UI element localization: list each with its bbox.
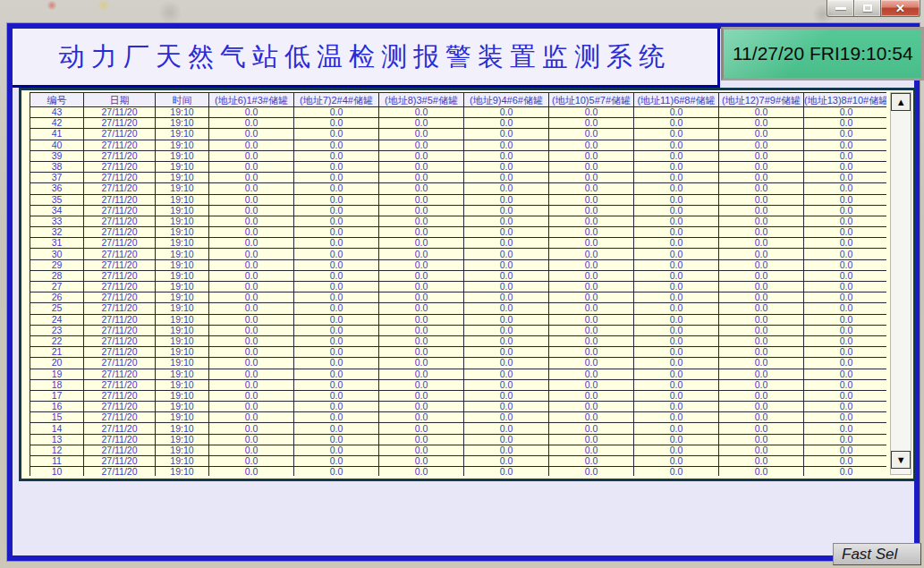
date-cell: 27/11/20 (84, 314, 156, 325)
maximize-button[interactable] (854, 0, 881, 17)
date-cell: 27/11/20 (84, 216, 156, 226)
value-cell: 0.0 (464, 423, 549, 434)
value-cell: 0.0 (719, 369, 804, 379)
value-cell: 0.0 (634, 183, 719, 194)
value-cell: 0.0 (634, 390, 719, 401)
value-cell: 0.0 (464, 129, 549, 140)
value-cell: 0.0 (294, 347, 379, 358)
value-cell: 0.0 (294, 216, 379, 226)
value-cell: 0.0 (209, 259, 294, 270)
value-cell: 0.0 (379, 314, 464, 325)
value-cell: 0.0 (804, 467, 887, 476)
value-cell: 0.0 (549, 282, 634, 292)
table-row: 4027/11/2019:100.00.00.00.00.00.00.00.0 (30, 140, 887, 150)
value-cell: 0.0 (294, 129, 379, 140)
value-cell: 0.0 (804, 379, 887, 390)
value-cell: 0.0 (379, 434, 464, 445)
value-cell: 0.0 (294, 292, 379, 303)
date-cell: 27/11/20 (84, 423, 156, 434)
value-cell: 0.0 (719, 412, 804, 423)
fast-sel-button[interactable]: Fast Sel (833, 543, 921, 565)
scroll-down-button[interactable]: ▼ (891, 451, 911, 469)
value-cell: 0.0 (379, 347, 464, 358)
time-cell: 19:10 (156, 402, 209, 412)
row-number-cell: 16 (30, 402, 84, 412)
value-cell: 0.0 (804, 183, 887, 194)
value-cell: 0.0 (379, 303, 464, 314)
value-cell: 0.0 (634, 445, 719, 455)
value-cell: 0.0 (294, 402, 379, 412)
value-cell: 0.0 (634, 205, 719, 216)
value-cell: 0.0 (719, 358, 804, 369)
value-cell: 0.0 (719, 238, 804, 249)
value-cell: 0.0 (719, 467, 804, 476)
value-cell: 0.0 (634, 456, 719, 467)
value-cell: 0.0 (549, 423, 634, 434)
value-cell: 0.0 (294, 205, 379, 216)
date-cell: 27/11/20 (84, 282, 156, 292)
value-cell: 0.0 (804, 358, 887, 369)
time-cell: 19:10 (156, 335, 209, 346)
value-cell: 0.0 (634, 118, 719, 129)
vertical-scrollbar[interactable]: ▲ ▼ (890, 92, 911, 475)
value-cell: 0.0 (634, 249, 719, 259)
value-cell: 0.0 (294, 118, 379, 129)
value-cell: 0.0 (719, 423, 804, 434)
value-cell: 0.0 (549, 369, 634, 379)
value-cell: 0.0 (719, 379, 804, 390)
table-row: 1327/11/2019:100.00.00.00.00.00.00.00.0 (30, 434, 887, 445)
value-cell: 0.0 (634, 325, 719, 335)
time-cell: 19:10 (156, 292, 209, 303)
close-button[interactable]: ✕ (881, 0, 920, 17)
date-cell: 27/11/20 (84, 140, 156, 150)
date-cell: 27/11/20 (84, 259, 156, 270)
column-header: (地址8)3#5#储罐 (379, 93, 464, 107)
scroll-up-button[interactable]: ▲ (891, 93, 911, 111)
value-cell: 0.0 (464, 358, 549, 369)
value-cell: 0.0 (209, 325, 294, 335)
minimize-button[interactable] (827, 0, 854, 17)
value-cell: 0.0 (719, 150, 804, 161)
table-row: 4227/11/2019:100.00.00.00.00.00.00.00.0 (30, 118, 887, 129)
row-number-cell: 24 (30, 314, 84, 325)
value-cell: 0.0 (804, 107, 887, 118)
value-cell: 0.0 (379, 467, 464, 476)
value-cell: 0.0 (634, 303, 719, 314)
client-area: 动力厂天然气站低温检测报警装置监测系统 编号日期时间(地址6)1#3#储罐(地址… (7, 23, 920, 561)
value-cell: 0.0 (379, 423, 464, 434)
value-cell: 0.0 (634, 347, 719, 358)
date-cell: 27/11/20 (84, 335, 156, 346)
table-row: 2827/11/2019:100.00.00.00.00.00.00.00.0 (30, 270, 887, 281)
value-cell: 0.0 (209, 369, 294, 379)
value-cell: 0.0 (634, 161, 719, 172)
date-cell: 27/11/20 (84, 467, 156, 476)
date-cell: 27/11/20 (84, 379, 156, 390)
value-cell: 0.0 (294, 369, 379, 379)
row-number-cell: 40 (30, 140, 84, 150)
value-cell: 0.0 (804, 303, 887, 314)
date-cell: 27/11/20 (84, 369, 156, 379)
time-cell: 19:10 (156, 314, 209, 325)
value-cell: 0.0 (549, 314, 634, 325)
value-cell: 0.0 (719, 118, 804, 129)
value-cell: 0.0 (464, 118, 549, 129)
value-cell: 0.0 (719, 227, 804, 238)
value-cell: 0.0 (209, 140, 294, 150)
column-header: 时间 (156, 93, 209, 107)
value-cell: 0.0 (209, 434, 294, 445)
value-cell: 0.0 (209, 379, 294, 390)
time-cell: 19:10 (156, 140, 209, 150)
date-cell: 27/11/20 (84, 183, 156, 194)
table-row: 1227/11/2019:100.00.00.00.00.00.00.00.0 (30, 445, 887, 455)
date-cell: 27/11/20 (84, 292, 156, 303)
value-cell: 0.0 (549, 107, 634, 118)
value-cell: 0.0 (804, 423, 887, 434)
value-cell: 0.0 (804, 150, 887, 161)
value-cell: 0.0 (209, 216, 294, 226)
date-cell: 27/11/20 (84, 118, 156, 129)
table-row: 2527/11/2019:100.00.00.00.00.00.00.00.0 (30, 303, 887, 314)
row-number-cell: 34 (30, 205, 84, 216)
time-cell: 19:10 (156, 205, 209, 216)
value-cell: 0.0 (549, 140, 634, 150)
value-cell: 0.0 (634, 379, 719, 390)
